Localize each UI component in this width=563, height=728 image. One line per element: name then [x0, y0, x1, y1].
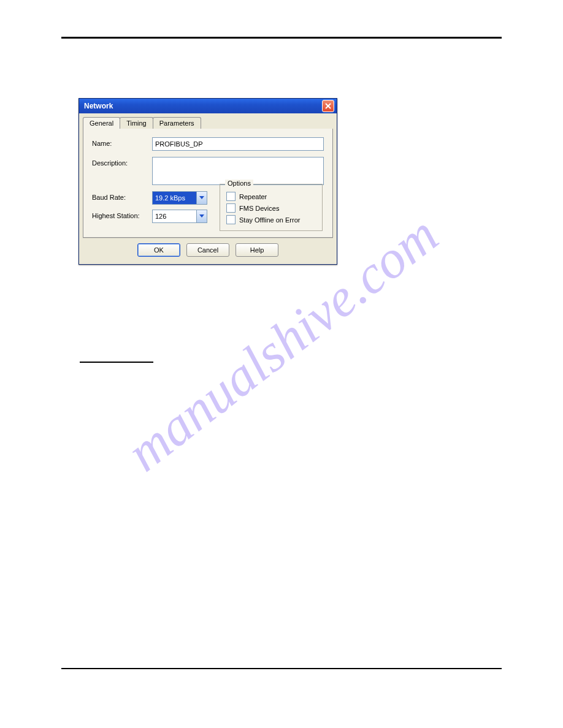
options-title: Options: [225, 180, 253, 187]
repeater-checkbox[interactable]: [226, 192, 236, 201]
label-highest-station: Highest Station:: [92, 210, 146, 219]
option-fms-row: FMS Devices: [226, 203, 316, 213]
options-groupbox: Options Repeater FMS Devices Stay Offlin…: [220, 184, 323, 231]
tab-general[interactable]: General: [83, 117, 120, 129]
page-bottom-rule: [61, 668, 502, 669]
highest-station-value: 126: [153, 210, 196, 222]
label-baud-rate: Baud Rate:: [92, 191, 146, 201]
stay-offline-label: Stay Offline on Error: [239, 216, 300, 224]
label-name: Name:: [92, 137, 146, 147]
row-description: Description:: [92, 157, 324, 185]
window-title: Network: [84, 102, 113, 110]
left-column: Baud Rate: 19.2 kBps Highest Station: 12…: [92, 191, 207, 231]
row-name: Name:: [92, 137, 324, 151]
dialog-button-row: OK Cancel Help: [83, 238, 333, 260]
option-stay-offline-row: Stay Offline on Error: [226, 215, 316, 224]
label-description: Description:: [92, 157, 146, 167]
close-button[interactable]: [322, 100, 334, 112]
svg-marker-3: [199, 214, 204, 218]
name-input[interactable]: [152, 137, 324, 151]
page-underline: [80, 362, 153, 363]
repeater-label: Repeater: [239, 193, 267, 200]
help-button[interactable]: Help: [236, 243, 278, 257]
titlebar[interactable]: Network: [79, 99, 337, 113]
baud-rate-value: 19.2 kBps: [153, 192, 196, 204]
chevron-down-icon: [199, 196, 204, 200]
lower-settings-row: Baud Rate: 19.2 kBps Highest Station: 12…: [92, 191, 324, 231]
close-icon: [325, 103, 331, 109]
svg-marker-2: [199, 196, 204, 199]
option-repeater-row: Repeater: [226, 192, 316, 201]
ok-button[interactable]: OK: [137, 243, 180, 257]
stay-offline-checkbox[interactable]: [226, 215, 236, 224]
tabstrip: General Timing Parameters: [79, 113, 337, 129]
tab-panel-general: Name: Description: Baud Rate: 19.2 kBps: [83, 129, 333, 238]
network-dialog: Network General Timing Parameters Name: …: [79, 98, 337, 265]
row-highest-station: Highest Station: 126: [92, 210, 207, 223]
fms-devices-checkbox[interactable]: [226, 203, 236, 213]
tab-parameters[interactable]: Parameters: [153, 117, 201, 129]
chevron-down-icon: [199, 214, 204, 218]
tab-timing[interactable]: Timing: [120, 117, 153, 129]
baud-rate-dropdown-button[interactable]: [196, 192, 207, 204]
highest-station-combo[interactable]: 126: [152, 210, 207, 223]
cancel-button[interactable]: Cancel: [186, 243, 229, 257]
row-baud-rate: Baud Rate: 19.2 kBps: [92, 191, 207, 205]
highest-station-dropdown-button[interactable]: [196, 210, 207, 222]
baud-rate-combo[interactable]: 19.2 kBps: [152, 191, 207, 205]
page-top-rule: [61, 37, 502, 39]
fms-devices-label: FMS Devices: [239, 205, 279, 212]
